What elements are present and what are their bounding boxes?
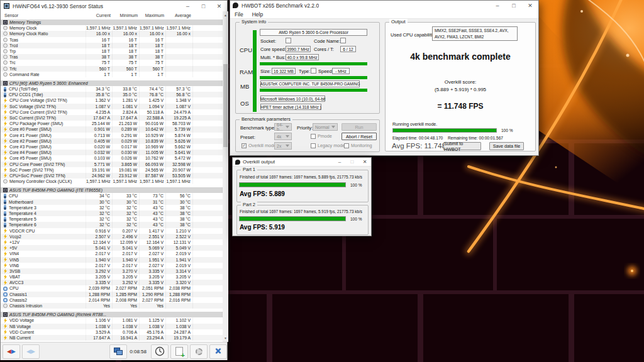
sensor-row[interactable]: VIN51.940 V1.940 V1.951 V1.941 V	[1, 257, 223, 263]
scrollbar-thumb[interactable]	[223, 64, 228, 147]
sensor-row[interactable]: VIN62.017 V2.017 V2.027 V2.019 V	[1, 263, 223, 268]
sensor-row[interactable]: Memory Clock1,597.1 MHz1,597.1 MHz1,597.…	[1, 25, 223, 31]
sensor-row[interactable]: Core #2 Power (SMU)0.405 W0.029 W10.839 …	[1, 138, 223, 144]
minimize-button[interactable]: –	[180, 1, 196, 11]
sensor-row[interactable]: CPU+SoC Power (SVI2 TFN)24.962 W23.912 W…	[1, 173, 223, 178]
exit-button[interactable]: ×	[209, 344, 227, 359]
close-button[interactable]: ✕	[522, 1, 538, 10]
sensor-row[interactable]: CPU CCD1 (Tdie)35.8 °C35.0 °C76.8 °C56.8…	[1, 92, 223, 97]
benchmark-type-select[interactable]: 64-b...	[274, 123, 292, 131]
hwbot-titlebar[interactable]: HWBOT x265 Benchmark v2.2.0 – □ ✕	[230, 1, 538, 11]
sensor-value: 24.479 A	[166, 109, 193, 115]
sensor-row[interactable]: Command Rate1 T1 T1 T	[1, 72, 223, 77]
column-sensor[interactable]: Sensor	[1, 13, 86, 18]
sensor-row[interactable]: Core #3 Power (SMU)0.020 W0.017 W10.969 …	[1, 144, 223, 150]
sensor-row[interactable]: Chassis22,014 RPM2,008 RPM2,027 RPM2,016…	[1, 297, 223, 303]
sensor-row[interactable]: 3VSB3.292 V3.270 V3.335 V3.314 V	[1, 268, 223, 274]
close-button[interactable]: ✕	[358, 158, 371, 166]
submit-hwbot-button[interactable]: Submit to HWBOT	[443, 142, 481, 150]
sensor-row[interactable]: Trc75 T75 T75 T	[1, 60, 223, 65]
sensor-row[interactable]: Chassis11,288 RPM1,285 RPM1,290 RPM1,288…	[1, 292, 223, 297]
section-header-row[interactable]: ASUS TUF B450M-PRO GAMING (ITE IT8655E)	[1, 187, 223, 193]
column-maximum[interactable]: Maximum	[140, 13, 166, 18]
column-minimum[interactable]: Minimum	[113, 13, 140, 18]
sensor-row[interactable]: Trcd18 T18 T18 T	[1, 43, 223, 48]
sensor-row[interactable]: Trp18 T18 T18 T	[1, 48, 223, 54]
sensor-row[interactable]: VDD Current3.529 A0.706 A45.176 A24.287 …	[1, 329, 223, 335]
hwinfo-titlebar[interactable]: HWiNFO64 v6.12-3930 Sensor Status – □ ✕	[1, 1, 227, 12]
sensor-row[interactable]: SoC Current (SVI2 TFN)17.647 A17.647 A22…	[1, 115, 223, 121]
scroll-down-icon[interactable]: ▼	[223, 334, 228, 342]
sensor-row[interactable]: CPU Core Power (SVI2 TFN)5.771 W3.865 W6…	[1, 162, 223, 167]
sensor-row[interactable]: Vccp22.507 V2.496 V2.551 V2.522 V	[1, 234, 223, 239]
minimize-button[interactable]: –	[489, 1, 506, 10]
sensor-row[interactable]: CPU Core Current (SVI2 TFN)4.235 A2.824 …	[1, 109, 223, 115]
sensor-row[interactable]: Memory Controller Clock (UCLK)1,597.1 MH…	[1, 178, 223, 184]
sensor-row[interactable]: CPU34 °C33 °C73 °C56 °C	[1, 193, 223, 199]
priority-select[interactable]: Normal	[313, 123, 338, 131]
section-header-row[interactable]: ASUS TUF B450M-PRO GAMING (Richtek RT88.…	[1, 312, 223, 317]
menu-file[interactable]: File	[230, 11, 248, 18]
sensor-row[interactable]: Core #5 Power (SMU)0.103 W0.026 W10.762 …	[1, 155, 223, 161]
sensor-scrollbar[interactable]: ▲ ▼	[223, 11, 228, 342]
sensor-row[interactable]: Core #1 Power (SMU)0.713 W0.291 W10.929 …	[1, 133, 223, 138]
legacy-mode-checkbox[interactable]: Legacy mode	[311, 143, 345, 148]
sensor-value: 3.205 V	[140, 274, 166, 280]
sensor-row[interactable]: NB Voltage1.038 V1.038 V1.038 V1.038 V	[1, 324, 223, 329]
sensor-value: 2.496 V	[113, 234, 140, 239]
overkill-titlebar[interactable]: Overkill output – □ ✕	[233, 158, 371, 167]
sensor-row[interactable]: Core #0 Power (SMU)0.901 W0.289 W10.642 …	[1, 126, 223, 132]
scroll-up-icon[interactable]: ▲	[223, 11, 228, 19]
sensor-row[interactable]: CPU2,039 RPM2,027 RPM2,051 RPM2,038 RPM	[1, 285, 223, 291]
sensor-row[interactable]: NB Current17.647 A16.941 A23.294 A19.179…	[1, 335, 223, 341]
minimize-button[interactable]: –	[333, 158, 346, 166]
sensor-row[interactable]: Temperature 332 °C32 °C43 °C38 °C	[1, 205, 223, 211]
sensor-row[interactable]: CPU Core Voltage (SVI2 TFN)1.362 V1.281 …	[1, 97, 223, 103]
run-button[interactable]: Run	[341, 123, 377, 131]
maximize-button[interactable]: □	[506, 1, 522, 10]
sensor-row[interactable]: Memory Clock Ratio16.00 x16.00 x16.00 x1…	[1, 31, 223, 36]
sensor-row[interactable]: VBAT3.205 V3.205 V3.205 V3.205 V	[1, 274, 223, 280]
close-button[interactable]: ✕	[211, 1, 227, 11]
clock-button[interactable]	[151, 344, 169, 359]
section-header-row[interactable]: Memory Timings	[1, 19, 223, 25]
menu-help[interactable]: Help	[248, 11, 267, 18]
column-current[interactable]: Current	[86, 13, 113, 18]
logging-button[interactable]: +	[170, 344, 188, 359]
sensor-row[interactable]: VDDCR CPU0.916 V0.207 V1.417 V1.210 V	[1, 228, 223, 234]
sensor-row[interactable]: AVCC33.335 V3.292 V3.335 V3.320 V	[1, 280, 223, 285]
maximize-button[interactable]: □	[196, 1, 211, 11]
column-average[interactable]: Average	[166, 13, 193, 18]
remote-sensing-button[interactable]	[109, 344, 127, 359]
overkill-mode-checkbox[interactable]: ✓Overkill mode	[242, 143, 276, 148]
sensor-row[interactable]: VIN42.017 V2.017 V2.027 V2.019 V	[1, 251, 223, 256]
sensor-value: 2.017 V	[86, 251, 113, 256]
sensor-row[interactable]: VDD Voltage1.106 V1.081 V1.125 V1.102 V	[1, 317, 223, 323]
sensor-row[interactable]: +12V12.164 V12.099 V12.164 V12.131 V	[1, 239, 223, 245]
sensor-row[interactable]: +5V5.041 V5.041 V5.069 V5.049 V	[1, 245, 223, 251]
maximize-button[interactable]: □	[346, 158, 358, 166]
sensor-row[interactable]: Temperature 432 °C32 °C43 °C38 °C	[1, 211, 223, 216]
sensor-row[interactable]: SoC Power (SVI2 TFN)19.191 W19.081 W24.5…	[1, 167, 223, 173]
sensor-row[interactable]: Trfc560 T560 T560 T	[1, 66, 223, 72]
pmode-checkbox[interactable]: Pmode	[311, 133, 332, 139]
abort-reset-button[interactable]: Abort / Reset	[341, 133, 377, 140]
navigate-arrows-disabled-button[interactable]: ◀▶	[22, 344, 40, 359]
sensor-row[interactable]: Motherboard30 °C30 °C31 °C30 °C	[1, 199, 223, 205]
sensor-row[interactable]: Temperature 532 °C32 °C43 °C38 °C	[1, 216, 223, 222]
section-header-row[interactable]: CPU [#0]: AMD Ryzen 5 3600: Enhanced	[1, 80, 223, 86]
sensor-row[interactable]: Core #4 Power (SMU)0.032 W0.030 W11.005 …	[1, 150, 223, 155]
preset-select[interactable]: 4k	[274, 133, 292, 140]
sensor-row[interactable]: Chassis IntrusionYesYesYes	[1, 303, 223, 309]
reset-values-button[interactable]	[190, 344, 208, 359]
sensor-row[interactable]: Tcas16 T16 T16 T	[1, 37, 223, 43]
save-data-button[interactable]: Save data file	[489, 142, 524, 150]
navigate-arrows-button[interactable]: ◀▶	[3, 344, 20, 359]
sensor-row[interactable]: Tras38 T38 T38 T	[1, 54, 223, 60]
monitoring-checkbox[interactable]: Monitoring	[344, 143, 372, 148]
overkill-multiplier-select[interactable]: 2x	[274, 142, 292, 150]
sensor-row[interactable]: SoC Voltage (SVI2 TFN)1.087 V1.081 V1.09…	[1, 104, 223, 109]
sensor-row[interactable]: CPU (Tctl/Tdie)34.3 °C33.8 °C74.4 °C57.3…	[1, 86, 223, 92]
sensor-row[interactable]: CPU Package Power (SMU)25.144 W21.263 W9…	[1, 121, 223, 126]
sensor-row[interactable]: Temperature 632 °C32 °C43 °C38 °C	[1, 222, 223, 228]
